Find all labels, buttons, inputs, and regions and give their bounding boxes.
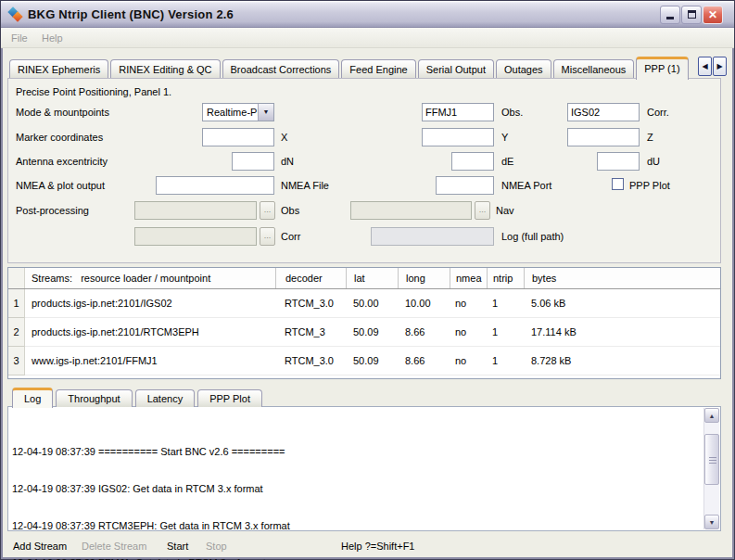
log-line: 12-04-19 08:37:39 RTCM3EPH: Get data in … (12, 520, 700, 532)
antenna-de-input[interactable] (451, 152, 494, 171)
du-label: dU (647, 156, 660, 167)
log-line: 12-04-19 08:37:39 IGS02: Get data in RTC… (12, 483, 700, 495)
scrollbar-thumb[interactable] (704, 434, 719, 485)
scroll-down-button[interactable]: ▼ (704, 515, 719, 529)
cell-long: 8.66 (398, 355, 450, 366)
table-row[interactable]: 2 products.igs-ip.net:2101/RTCM3EPH RTCM… (8, 318, 720, 347)
post-corr-input[interactable] (134, 227, 257, 246)
cell-ntrip: 1 (487, 298, 524, 309)
streams-table: Streams: resource loader / mountpoint de… (7, 267, 721, 379)
nmea-port-label: NMEA Port (501, 180, 551, 191)
arrow-left-icon: ◀ (702, 62, 707, 70)
corr-mountpoint-input[interactable] (567, 103, 640, 121)
table-row[interactable]: 3 www.igs-ip.net:2101/FFMJ1 RTCM_3.0 50.… (8, 347, 720, 375)
post-nav-browse-button[interactable]: ... (475, 201, 490, 220)
nmea-port-input[interactable] (436, 176, 494, 195)
antenna-excentricity-label: Antenna excentricity (16, 156, 108, 167)
tab-broadcast-corrections[interactable]: Broadcast Corrections (222, 59, 340, 79)
start-button[interactable]: Start (167, 541, 188, 552)
maximize-icon (688, 10, 696, 19)
cell-mountpoint: products.igs-ip.net:2101/RTCM3EPH (25, 326, 275, 337)
post-processing-label: Post-processing (16, 205, 89, 216)
tab-ppp-1[interactable]: PPP (1) (636, 57, 688, 80)
help-shortcut-label: Help ?=Shift+F1 (341, 541, 415, 552)
post-corr-browse-button[interactable]: ... (260, 227, 275, 246)
bottom-tab-bar: Log Throughput Latency PPP Plot (12, 387, 265, 407)
marker-coordinates-label: Marker coordinates (16, 132, 103, 143)
post-obs-input[interactable] (134, 201, 257, 220)
post-log-input[interactable] (371, 227, 494, 246)
tab-rinex-ephemeris[interactable]: RINEX Ephemeris (9, 59, 108, 79)
post-nav-label: Nav (496, 205, 514, 216)
cell-decoder: RTCM_3 (275, 326, 346, 337)
scroll-up-button[interactable]: ▲ (704, 408, 719, 423)
post-nav-input[interactable] (350, 201, 472, 220)
delete-stream-button[interactable]: Delete Stream (82, 541, 146, 552)
corr-label: Corr. (647, 107, 669, 118)
menu-help[interactable]: Help (42, 32, 63, 44)
tab-log[interactable]: Log (12, 388, 53, 408)
post-log-label: Log (full path) (501, 231, 564, 242)
header-ntrip: ntrip (487, 268, 524, 288)
thumb-grip (709, 463, 716, 464)
post-obs-label: Obs (281, 205, 299, 216)
ellipsis-icon: ... (264, 231, 272, 240)
maximize-button[interactable] (681, 6, 702, 24)
tab-miscellaneous[interactable]: Miscellaneous (553, 59, 635, 79)
nmea-file-label: NMEA File (281, 180, 329, 191)
nmea-plot-output-label: NMEA & plot output (16, 180, 105, 191)
thumb-grip (709, 457, 716, 458)
cell-mountpoint: www.igs-ip.net:2101/FFMJ1 (25, 355, 275, 366)
tab-latency[interactable]: Latency (135, 389, 196, 407)
row-number: 2 (8, 318, 25, 347)
add-stream-button[interactable]: Add Stream (13, 541, 67, 552)
thumb-grip (709, 460, 716, 461)
titlebar: BKG Ntrip Client (BNC) Version 2.6 ✕ (1, 1, 734, 28)
marker-z-input[interactable] (567, 128, 640, 146)
tab-serial-output[interactable]: Serial Output (418, 59, 494, 79)
tab-ppp-plot[interactable]: PPP Plot (197, 389, 262, 407)
header-nmea: nmea (450, 268, 487, 288)
row-number: 1 (8, 289, 25, 318)
table-row[interactable]: 1 products.igs-ip.net:2101/IGS02 RTCM_3.… (8, 289, 720, 318)
ellipsis-icon: ... (264, 205, 272, 214)
header-decoder: decoder (275, 268, 346, 288)
arrow-right-icon: ▶ (716, 62, 722, 70)
tab-outages[interactable]: Outages (496, 59, 551, 79)
marker-x-input[interactable] (202, 128, 274, 146)
header-long: long (398, 268, 450, 288)
tab-scroll-left-button[interactable]: ◀ (698, 57, 712, 76)
header-lat: lat (346, 268, 398, 288)
ppp-plot-checkbox[interactable] (612, 178, 624, 190)
ppp-panel: Precise Point Positioning, Panel 1. Mode… (7, 78, 721, 263)
tab-throughput[interactable]: Throughput (56, 389, 132, 407)
antenna-du-input[interactable] (597, 152, 640, 171)
menu-file[interactable]: File (11, 32, 28, 44)
cell-long: 8.66 (398, 326, 450, 337)
z-label: Z (647, 132, 653, 143)
antenna-dn-input[interactable] (232, 152, 274, 171)
marker-y-input[interactable] (422, 128, 494, 146)
post-obs-browse-button[interactable]: ... (260, 201, 275, 220)
stop-button[interactable]: Stop (206, 541, 227, 552)
log-view[interactable]: 12-04-19 08:37:39 ========== Start BNC v… (7, 406, 721, 531)
nmea-file-input[interactable] (156, 176, 274, 195)
cell-decoder: RTCM_3.0 (275, 355, 346, 366)
streams-table-header: Streams: resource loader / mountpoint de… (8, 268, 720, 289)
cell-nmea: no (450, 326, 487, 337)
combo-dropdown-button[interactable]: ▼ (258, 104, 273, 121)
log-scrollbar[interactable]: ▲ ▼ (703, 408, 719, 529)
bnc-window: BKG Ntrip Client (BNC) Version 2.6 ✕ Fil… (0, 0, 735, 560)
tab-feed-engine[interactable]: Feed Engine (341, 59, 415, 79)
tab-rinex-editing-qc[interactable]: RINEX Editing & QC (110, 59, 220, 79)
minimize-button[interactable] (660, 6, 680, 24)
obs-mountpoint-input[interactable] (422, 103, 494, 121)
tab-scroll-right-button[interactable]: ▶ (713, 57, 727, 76)
mode-combobox[interactable]: Realtime-PPP ▼ (202, 103, 274, 121)
header-bytes: bytes (524, 268, 720, 288)
cell-lat: 50.00 (346, 298, 398, 309)
cell-nmea: no (450, 298, 487, 309)
close-button[interactable]: ✕ (703, 6, 723, 24)
y-label: Y (501, 132, 508, 143)
cell-nmea: no (450, 355, 487, 366)
